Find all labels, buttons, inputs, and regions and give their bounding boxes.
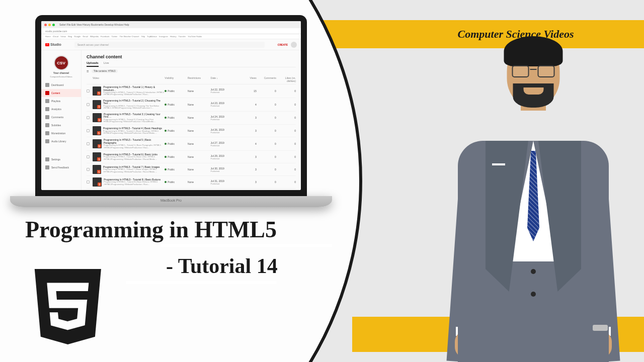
sidebar-item-comments[interactable]: Comments [41, 113, 81, 121]
bookmark-item[interactable]: Bing [68, 35, 72, 38]
bookmark-item[interactable]: Google [74, 35, 80, 38]
table-row[interactable]: Programming In HTML5 - Tutorial 5 | Basi… [87, 137, 296, 151]
views-cell: 4 [240, 103, 257, 106]
table-row[interactable]: Programming In HTML5 - Tutorial 6 | Basi… [87, 151, 296, 163]
table-header: Video Visibility Restrictions Date ↓ Vie… [87, 75, 296, 84]
table-row[interactable]: Programming In HTML5 - Tutorial 8 | Basi… [87, 176, 296, 189]
window-close-icon[interactable] [44, 24, 47, 26]
video-thumbnail[interactable] [93, 165, 101, 174]
row-checkbox[interactable] [87, 103, 90, 106]
filter-chip[interactable]: Title contains: HTML5 [92, 69, 118, 73]
col-video[interactable]: Video [93, 76, 165, 82]
visibility-cell[interactable]: Public [165, 155, 188, 158]
likes-cell: 0 [276, 155, 296, 158]
video-thumbnail[interactable] [93, 86, 101, 96]
video-thumbnail[interactable] [93, 100, 101, 109]
video-thumbnail[interactable] [93, 152, 101, 161]
row-checkbox[interactable] [87, 89, 90, 93]
tab-live[interactable]: Live [104, 61, 109, 67]
content-area: Channel content Uploads Live ☰ Title con… [82, 50, 301, 190]
table-row[interactable]: Programming In HTML5 - Tutorial 4 | Basi… [87, 125, 296, 137]
sidebar-item-send-feedback[interactable]: Send Feedback [41, 163, 81, 171]
col-restrictions[interactable]: Restrictions [188, 76, 211, 82]
account-avatar[interactable] [291, 42, 297, 48]
bookmark-item[interactable]: Home [45, 35, 51, 38]
visibility-cell[interactable]: Public [165, 168, 188, 171]
bookmark-item[interactable]: Facebook [101, 35, 110, 38]
restrictions-cell: None [188, 142, 211, 145]
sidebar-icon [45, 107, 49, 111]
search-input[interactable]: Search across your channel [74, 42, 265, 48]
address-bar[interactable]: studio.youtube.com [41, 28, 301, 34]
row-checkbox[interactable] [87, 180, 90, 184]
row-checkbox[interactable] [87, 155, 90, 158]
bookmark-item[interactable]: Wikipedia [90, 35, 99, 38]
laptop-screen: Safari File Edit View History Bookmarks … [41, 21, 301, 190]
table-row[interactable]: Programming In HTML5 - Tutorial 2 | Choo… [87, 98, 296, 112]
bookmark-item[interactable]: Twitter [112, 35, 118, 38]
bookmark-item[interactable]: Gmail [83, 35, 88, 38]
row-checkbox[interactable] [87, 129, 90, 132]
sidebar-item-content[interactable]: Content [41, 89, 81, 97]
bookmark-item[interactable]: Yahoo [60, 35, 66, 38]
video-thumbnail[interactable] [93, 177, 102, 187]
likes-cell: 0 [276, 168, 296, 171]
create-button[interactable]: CREATE [278, 43, 288, 46]
restrictions-cell: None [188, 180, 211, 184]
youtube-studio-logo[interactable]: Studio [45, 43, 61, 46]
views-cell: 3 [240, 116, 257, 119]
col-likes[interactable]: Likes (vs. dislikes) [276, 76, 296, 82]
sidebar-item-subtitles[interactable]: Subtitles [41, 121, 81, 129]
bookmark-item[interactable]: The Weather Channel [119, 35, 139, 38]
underline-decoration [161, 244, 332, 247]
visibility-cell[interactable]: Public [165, 103, 188, 106]
table-row[interactable]: Programming In HTML5 - Tutorial 7 | Basi… [87, 163, 296, 176]
bookmark-item[interactable]: Transfer [178, 35, 186, 38]
sidebar-item-dashboard[interactable]: Dashboard [41, 81, 81, 89]
sidebar-item-audio-library[interactable]: Audio Library [41, 137, 81, 145]
visibility-cell[interactable]: Public [165, 89, 188, 93]
sidebar-item-monetization[interactable]: Monetization [41, 129, 81, 137]
row-checkbox[interactable] [87, 142, 90, 145]
sidebar-item-settings[interactable]: Settings [41, 155, 81, 163]
laptop-deck [10, 196, 332, 207]
video-thumbnail[interactable] [93, 139, 102, 148]
row-checkbox[interactable] [87, 168, 90, 171]
sidebar-icon [45, 83, 49, 87]
video-thumbnail[interactable] [93, 126, 101, 135]
col-comments[interactable]: Comments [257, 76, 276, 82]
sidebar-icon [45, 131, 49, 135]
visibility-cell[interactable]: Public [165, 129, 188, 132]
video-description: Programming In HTML5 - Tutorial 6 | Basi… [103, 156, 165, 160]
bookmark-item[interactable]: Yelp [141, 35, 145, 38]
filter-icon[interactable]: ☰ [87, 70, 89, 73]
col-date[interactable]: Date ↓ [211, 76, 240, 82]
channel-avatar[interactable]: CSV [54, 55, 69, 70]
bookmark-item[interactable]: iCloud [53, 35, 58, 38]
row-checkbox[interactable] [87, 116, 90, 119]
visibility-cell[interactable]: Public [165, 142, 188, 145]
tab-uploads[interactable]: Uploads [87, 61, 99, 67]
video-description: Programming In HTML5 - Tutorial 2 | Choo… [103, 105, 165, 110]
search-placeholder: Search across your channel [77, 43, 109, 46]
window-zoom-icon[interactable] [52, 24, 55, 26]
visibility-cell[interactable]: Public [165, 180, 188, 184]
sidebar-item-label: Monetization [51, 132, 65, 135]
col-views[interactable]: Views [240, 76, 257, 82]
table-row[interactable]: Programming In HTML5 - Tutorial 3 | Crea… [87, 112, 296, 125]
sidebar-item-analytics[interactable]: Analytics [41, 105, 81, 113]
col-visibility[interactable]: Visibility [165, 76, 188, 82]
visibility-cell[interactable]: Public [165, 116, 188, 119]
video-thumbnail[interactable] [93, 113, 102, 122]
subtitle: - Tutorial 14 [166, 254, 332, 278]
bookmark-item[interactable]: TripAdvisor [147, 35, 157, 38]
bookmark-item[interactable]: Instagram [159, 35, 168, 38]
macos-menubar: Safari File Edit View History Bookmarks … [41, 21, 301, 28]
bookmark-item[interactable]: YouTube Studio [188, 35, 202, 38]
sidebar-item-playlists[interactable]: Playlists [41, 97, 81, 105]
video-description: Programming In HTML5 - Tutorial 8 | Basi… [104, 181, 165, 186]
sidebar-item-label: Dashboard [51, 83, 63, 86]
table-row[interactable]: Programming In HTML5 - Tutorial 1 | Hist… [87, 84, 296, 98]
bookmark-item[interactable]: History [170, 35, 176, 38]
window-minimize-icon[interactable] [48, 24, 51, 26]
